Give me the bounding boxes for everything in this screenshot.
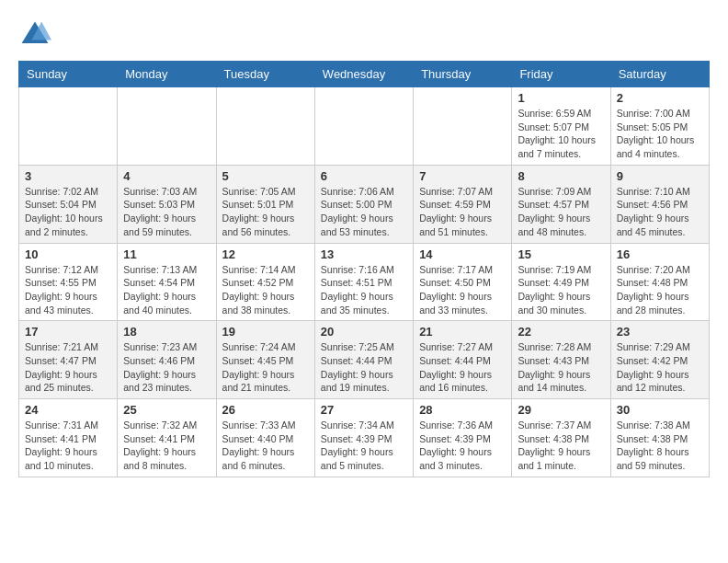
day-number: 19 — [222, 325, 309, 339]
day-info: Sunrise: 7:21 AM Sunset: 4:47 PM Dayligh… — [25, 340, 111, 395]
day-number: 23 — [617, 325, 703, 339]
calendar-cell: 14Sunrise: 7:17 AM Sunset: 4:50 PM Dayli… — [414, 243, 512, 321]
day-info: Sunrise: 7:28 AM Sunset: 4:43 PM Dayligh… — [518, 340, 604, 395]
weekday-header-sunday: Sunday — [19, 62, 118, 87]
logo — [18, 18, 57, 52]
day-number: 11 — [123, 247, 210, 261]
calendar-cell: 4Sunrise: 7:03 AM Sunset: 5:03 PM Daylig… — [118, 165, 216, 243]
calendar-cell: 21Sunrise: 7:27 AM Sunset: 4:44 PM Dayli… — [414, 321, 512, 399]
day-info: Sunrise: 7:06 AM Sunset: 5:00 PM Dayligh… — [321, 185, 407, 239]
day-info: Sunrise: 7:00 AM Sunset: 5:05 PM Dayligh… — [617, 107, 703, 161]
day-info: Sunrise: 7:24 AM Sunset: 4:45 PM Dayligh… — [222, 340, 309, 395]
day-info: Sunrise: 7:25 AM Sunset: 4:44 PM Dayligh… — [321, 340, 407, 395]
calendar-cell: 18Sunrise: 7:23 AM Sunset: 4:46 PM Dayli… — [118, 321, 216, 399]
day-info: Sunrise: 7:19 AM Sunset: 4:49 PM Dayligh… — [518, 263, 604, 317]
calendar-body: 1Sunrise: 6:59 AM Sunset: 5:07 PM Daylig… — [19, 87, 710, 477]
day-info: Sunrise: 7:32 AM Sunset: 4:41 PM Dayligh… — [123, 419, 210, 473]
calendar-cell: 30Sunrise: 7:38 AM Sunset: 4:38 PM Dayli… — [610, 399, 709, 477]
calendar-cell: 5Sunrise: 7:05 AM Sunset: 5:01 PM Daylig… — [216, 165, 314, 243]
day-number: 4 — [123, 169, 210, 183]
calendar: SundayMondayTuesdayWednesdayThursdayFrid… — [18, 61, 710, 477]
calendar-cell: 17Sunrise: 7:21 AM Sunset: 4:47 PM Dayli… — [19, 321, 118, 399]
day-number: 5 — [222, 169, 309, 183]
calendar-cell — [216, 87, 314, 166]
weekday-header-thursday: Thursday — [414, 62, 512, 87]
day-number: 6 — [321, 169, 407, 183]
day-number: 9 — [617, 169, 703, 183]
calendar-week-3: 10Sunrise: 7:12 AM Sunset: 4:55 PM Dayli… — [19, 243, 710, 321]
day-number: 10 — [25, 247, 111, 261]
calendar-cell — [118, 87, 216, 166]
calendar-cell: 15Sunrise: 7:19 AM Sunset: 4:49 PM Dayli… — [512, 243, 610, 321]
day-info: Sunrise: 7:09 AM Sunset: 4:57 PM Dayligh… — [518, 185, 604, 239]
weekday-header-row: SundayMondayTuesdayWednesdayThursdayFrid… — [19, 62, 710, 87]
day-number: 17 — [25, 325, 111, 339]
day-number: 30 — [617, 403, 703, 417]
calendar-cell — [19, 87, 118, 166]
day-number: 20 — [321, 325, 407, 339]
calendar-cell: 23Sunrise: 7:29 AM Sunset: 4:42 PM Dayli… — [610, 321, 709, 399]
weekday-header-tuesday: Tuesday — [216, 62, 314, 87]
calendar-cell: 13Sunrise: 7:16 AM Sunset: 4:51 PM Dayli… — [314, 243, 413, 321]
day-info: Sunrise: 7:38 AM Sunset: 4:38 PM Dayligh… — [617, 419, 703, 473]
calendar-cell: 25Sunrise: 7:32 AM Sunset: 4:41 PM Dayli… — [118, 399, 216, 477]
day-info: Sunrise: 7:07 AM Sunset: 4:59 PM Dayligh… — [419, 185, 506, 239]
logo-icon — [18, 18, 51, 52]
weekday-header-friday: Friday — [512, 62, 610, 87]
day-number: 12 — [222, 247, 309, 261]
calendar-cell: 24Sunrise: 7:31 AM Sunset: 4:41 PM Dayli… — [19, 399, 118, 477]
day-number: 27 — [321, 403, 407, 417]
day-number: 2 — [617, 91, 703, 105]
calendar-week-2: 3Sunrise: 7:02 AM Sunset: 5:04 PM Daylig… — [19, 165, 710, 243]
day-info: Sunrise: 7:33 AM Sunset: 4:40 PM Dayligh… — [222, 419, 309, 473]
calendar-cell: 11Sunrise: 7:13 AM Sunset: 4:54 PM Dayli… — [118, 243, 216, 321]
day-info: Sunrise: 7:13 AM Sunset: 4:54 PM Dayligh… — [123, 263, 210, 317]
day-info: Sunrise: 7:16 AM Sunset: 4:51 PM Dayligh… — [321, 263, 407, 317]
calendar-cell: 16Sunrise: 7:20 AM Sunset: 4:48 PM Dayli… — [610, 243, 709, 321]
day-info: Sunrise: 7:03 AM Sunset: 5:03 PM Dayligh… — [123, 185, 210, 239]
calendar-cell: 27Sunrise: 7:34 AM Sunset: 4:39 PM Dayli… — [314, 399, 413, 477]
weekday-header-wednesday: Wednesday — [314, 62, 413, 87]
day-number: 3 — [25, 169, 111, 183]
day-number: 15 — [518, 247, 604, 261]
calendar-cell: 20Sunrise: 7:25 AM Sunset: 4:44 PM Dayli… — [314, 321, 413, 399]
day-info: Sunrise: 7:20 AM Sunset: 4:48 PM Dayligh… — [617, 263, 703, 317]
day-info: Sunrise: 7:12 AM Sunset: 4:55 PM Dayligh… — [25, 263, 111, 317]
calendar-cell — [414, 87, 512, 166]
day-info: Sunrise: 7:34 AM Sunset: 4:39 PM Dayligh… — [321, 419, 407, 473]
day-info: Sunrise: 7:27 AM Sunset: 4:44 PM Dayligh… — [419, 340, 506, 395]
calendar-header: SundayMondayTuesdayWednesdayThursdayFrid… — [19, 62, 710, 87]
weekday-header-saturday: Saturday — [610, 62, 709, 87]
day-info: Sunrise: 7:05 AM Sunset: 5:01 PM Dayligh… — [222, 185, 309, 239]
day-number: 16 — [617, 247, 703, 261]
header — [18, 18, 710, 52]
day-number: 25 — [123, 403, 210, 417]
calendar-cell — [314, 87, 413, 166]
day-number: 8 — [518, 169, 604, 183]
calendar-cell: 9Sunrise: 7:10 AM Sunset: 4:56 PM Daylig… — [610, 165, 709, 243]
day-number: 24 — [25, 403, 111, 417]
calendar-cell: 22Sunrise: 7:28 AM Sunset: 4:43 PM Dayli… — [512, 321, 610, 399]
calendar-week-4: 17Sunrise: 7:21 AM Sunset: 4:47 PM Dayli… — [19, 321, 710, 399]
day-number: 26 — [222, 403, 309, 417]
calendar-cell: 28Sunrise: 7:36 AM Sunset: 4:39 PM Dayli… — [414, 399, 512, 477]
day-info: Sunrise: 7:37 AM Sunset: 4:38 PM Dayligh… — [518, 419, 604, 473]
calendar-cell: 19Sunrise: 7:24 AM Sunset: 4:45 PM Dayli… — [216, 321, 314, 399]
day-info: Sunrise: 7:31 AM Sunset: 4:41 PM Dayligh… — [25, 419, 111, 473]
calendar-week-1: 1Sunrise: 6:59 AM Sunset: 5:07 PM Daylig… — [19, 87, 710, 166]
day-number: 18 — [123, 325, 210, 339]
calendar-cell: 29Sunrise: 7:37 AM Sunset: 4:38 PM Dayli… — [512, 399, 610, 477]
day-info: Sunrise: 7:29 AM Sunset: 4:42 PM Dayligh… — [617, 340, 703, 395]
day-number: 1 — [518, 91, 604, 105]
calendar-cell: 7Sunrise: 7:07 AM Sunset: 4:59 PM Daylig… — [414, 165, 512, 243]
calendar-cell: 6Sunrise: 7:06 AM Sunset: 5:00 PM Daylig… — [314, 165, 413, 243]
day-info: Sunrise: 6:59 AM Sunset: 5:07 PM Dayligh… — [518, 107, 604, 161]
calendar-cell: 8Sunrise: 7:09 AM Sunset: 4:57 PM Daylig… — [512, 165, 610, 243]
day-info: Sunrise: 7:17 AM Sunset: 4:50 PM Dayligh… — [419, 263, 506, 317]
calendar-cell: 10Sunrise: 7:12 AM Sunset: 4:55 PM Dayli… — [19, 243, 118, 321]
day-number: 21 — [419, 325, 506, 339]
calendar-week-5: 24Sunrise: 7:31 AM Sunset: 4:41 PM Dayli… — [19, 399, 710, 477]
calendar-cell: 3Sunrise: 7:02 AM Sunset: 5:04 PM Daylig… — [19, 165, 118, 243]
day-number: 13 — [321, 247, 407, 261]
day-number: 7 — [419, 169, 506, 183]
